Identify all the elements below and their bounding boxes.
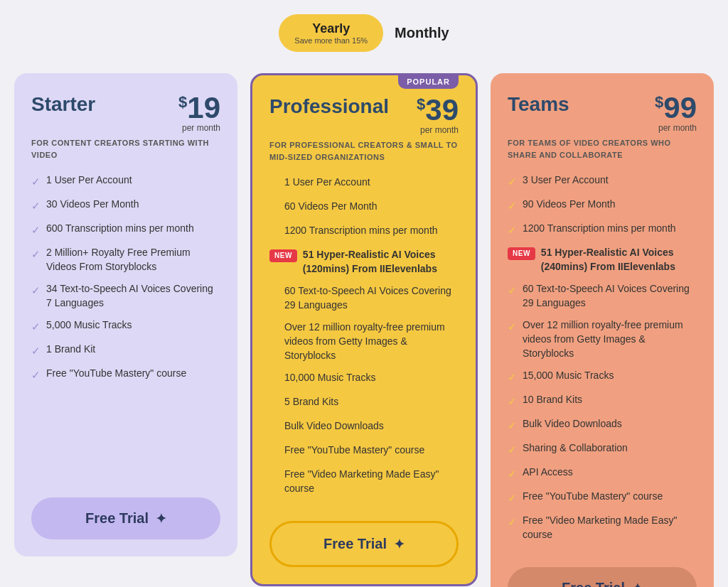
feature-text: 60 Videos Per Month xyxy=(284,200,378,214)
feature-text: Free "YouTube Mastery" course xyxy=(46,367,186,381)
feature-item: ✓ Over 12 million royalty-free premium v… xyxy=(269,321,459,362)
check-icon: ✓ xyxy=(269,444,279,459)
feature-item: NEW 51 Hyper-Realistic AI Voices (240min… xyxy=(508,246,697,274)
free-trial-button[interactable]: Free Trial ✦ xyxy=(269,521,459,567)
plan-subtitle: FOR PROFESSIONAL CREATORS & SMALL TO MID… xyxy=(269,139,459,163)
card-header: Starter $19 per month xyxy=(31,93,220,133)
cursor-icon: ✦ xyxy=(156,511,166,527)
check-icon: ✓ xyxy=(269,468,279,483)
feature-text: 1 Brand Kit xyxy=(46,343,95,357)
price-period: per month xyxy=(417,125,459,135)
check-icon: ✓ xyxy=(31,283,41,298)
check-icon: ✓ xyxy=(508,515,517,529)
check-icon: ✓ xyxy=(269,396,279,411)
feature-item: ✓ 15,000 Music Tracks xyxy=(508,369,697,384)
check-icon: ✓ xyxy=(31,174,41,189)
feature-item: ✓ API Access xyxy=(508,465,697,481)
feature-text: Bulk Video Downloads xyxy=(523,417,622,431)
price-block: $39 per month xyxy=(417,95,459,135)
feature-item: ✓ 3 User Per Account xyxy=(508,173,697,189)
feature-text: API Access xyxy=(523,465,573,480)
check-icon: ✓ xyxy=(31,343,41,358)
new-badge: NEW xyxy=(269,249,297,262)
price-amount: $39 xyxy=(417,95,459,125)
price-amount: $19 xyxy=(178,93,220,123)
feature-text: 5,000 Music Tracks xyxy=(46,318,132,333)
feature-text: 60 Text-to-Speech AI Voices Covering 29 … xyxy=(523,282,697,310)
feature-text: 1 User Per Account xyxy=(46,173,132,188)
price-block: $19 per month xyxy=(178,93,220,133)
feature-item: ✓ 5,000 Music Tracks xyxy=(31,318,220,334)
feature-item: ✓ 1 User Per Account xyxy=(269,176,459,191)
feature-item: ✓ 60 Text-to-Speech AI Voices Covering 2… xyxy=(269,284,459,312)
feature-item: ✓ 5 Brand Kits xyxy=(269,395,459,411)
check-icon: ✓ xyxy=(31,198,41,213)
check-icon: ✓ xyxy=(269,420,279,435)
plan-subtitle: FOR TEAMS OF VIDEO CREATORS WHO SHARE AN… xyxy=(508,137,697,161)
features-list: ✓ 1 User Per Account ✓ 30 Videos Per Mon… xyxy=(31,173,220,480)
feature-text: 3 User Per Account xyxy=(523,173,609,188)
free-trial-button[interactable]: Free Trial ✦ xyxy=(31,497,220,539)
check-icon: ✓ xyxy=(269,285,279,300)
feature-item: NEW 51 Hyper-Realistic AI Voices (120min… xyxy=(269,248,459,276)
check-icon: ✓ xyxy=(269,225,279,239)
feature-text: Free "YouTube Mastery" course xyxy=(284,443,424,458)
yearly-label: Yearly xyxy=(312,21,350,36)
feature-text: Free "Video Marketing Made Easy" course xyxy=(523,514,697,542)
check-icon: ✓ xyxy=(31,222,41,237)
yearly-toggle[interactable]: Yearly Save more than 15% xyxy=(279,14,383,52)
free-trial-button[interactable]: Free Trial ✦ xyxy=(508,567,697,587)
feature-item: ✓ Free "Video Marketing Made Easy" cours… xyxy=(508,514,697,542)
feature-item: ✓ 1 User Per Account xyxy=(31,173,220,189)
plan-name: Professional xyxy=(269,95,389,118)
check-icon: ✓ xyxy=(508,466,517,481)
cta-label: Free Trial xyxy=(85,510,149,527)
features-list: ✓ 1 User Per Account ✓ 60 Videos Per Mon… xyxy=(269,176,459,504)
feature-item: ✓ Bulk Video Downloads xyxy=(508,417,697,433)
feature-item: ✓ 1200 Transcription mins per month xyxy=(269,224,459,239)
feature-text: 10 Brand Kits xyxy=(523,393,582,407)
feature-text: Bulk Video Downloads xyxy=(284,419,384,433)
feature-item: ✓ Free "Video Marketing Made Easy" cours… xyxy=(269,468,459,495)
feature-item: ✓ Free "YouTube Mastery" course xyxy=(31,367,220,382)
pricing-cards: Starter $19 per month FOR CONTENT CREATO… xyxy=(14,73,714,587)
feature-text: 1 User Per Account xyxy=(284,176,370,190)
feature-item: ✓ 10,000 Music Tracks xyxy=(269,371,459,387)
check-icon: ✓ xyxy=(508,490,517,505)
check-icon: ✓ xyxy=(31,367,41,382)
check-icon: ✓ xyxy=(269,176,279,191)
feature-text: 34 Text-to-Speech AI Voices Covering 7 L… xyxy=(46,282,220,310)
monthly-toggle[interactable]: Monthly xyxy=(395,25,449,41)
feature-text: Over 12 million royalty-free premium vid… xyxy=(523,318,697,360)
card-professional: POPULAR Professional $39 per month FOR P… xyxy=(250,73,478,586)
billing-toggle: Yearly Save more than 15% Monthly xyxy=(279,14,449,52)
check-icon: ✓ xyxy=(508,394,517,409)
feature-item: ✓ 1200 Transcription mins per month xyxy=(508,222,697,237)
feature-item: ✓ 1 Brand Kit xyxy=(31,343,220,358)
price-period: per month xyxy=(178,123,220,133)
check-icon: ✓ xyxy=(508,198,517,213)
feature-item: ✓ Over 12 million royalty-free premium v… xyxy=(508,318,697,360)
feature-item: ✓ 60 Text-to-Speech AI Voices Covering 2… xyxy=(508,282,697,310)
cursor-icon: ✦ xyxy=(394,537,405,552)
feature-text: Free "YouTube Mastery" course xyxy=(523,490,663,504)
feature-text: Sharing & Collaboration xyxy=(523,441,628,456)
check-icon: ✓ xyxy=(508,319,517,334)
popular-badge: POPULAR xyxy=(398,75,459,89)
plan-subtitle: FOR CONTENT CREATORS STARTING WITH VIDEO xyxy=(31,137,220,161)
feature-text: 51 Hyper-Realistic AI Voices (240mins) F… xyxy=(541,246,697,274)
feature-text: 60 Text-to-Speech AI Voices Covering 29 … xyxy=(284,284,459,312)
plan-name: Teams xyxy=(508,93,569,116)
feature-item: ✓ 10 Brand Kits xyxy=(508,393,697,409)
new-badge: NEW xyxy=(508,247,535,260)
price-block: $99 per month xyxy=(655,93,697,133)
feature-text: 15,000 Music Tracks xyxy=(523,369,614,383)
feature-text: 10,000 Music Tracks xyxy=(284,371,375,385)
price-period: per month xyxy=(655,123,697,133)
feature-item: ✓ 90 Videos Per Month xyxy=(508,198,697,213)
check-icon: ✓ xyxy=(508,174,517,189)
card-starter: Starter $19 per month FOR CONTENT CREATO… xyxy=(14,73,237,556)
yearly-sublabel: Save more than 15% xyxy=(294,36,368,45)
plan-name: Starter xyxy=(31,93,95,116)
cursor-icon: ✦ xyxy=(632,581,643,587)
